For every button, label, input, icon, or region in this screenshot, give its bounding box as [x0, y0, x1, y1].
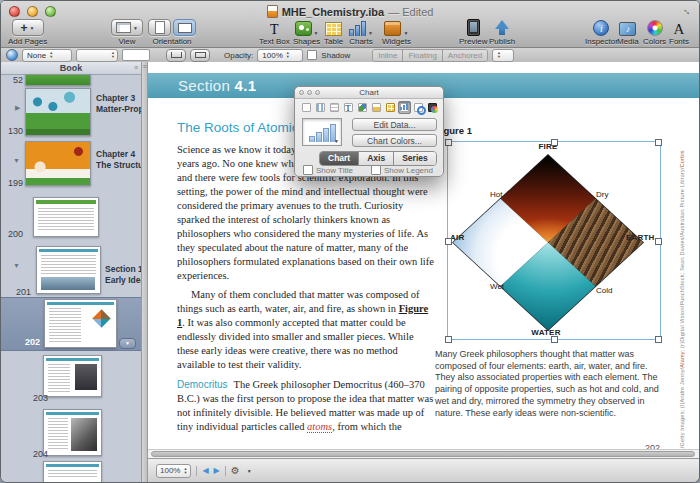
link-inspector-icon[interactable]	[412, 101, 425, 114]
stroke-select[interactable]: None ▲▼	[22, 49, 72, 62]
status-bar: 100% ▲▼ ◀ ▶ ⚙ ▼	[148, 458, 699, 482]
scrollbar-thumb[interactable]	[151, 451, 695, 457]
glossary-link-atoms[interactable]: atoms	[307, 421, 332, 433]
resize-handle[interactable]	[655, 336, 662, 343]
placement-segmented-control: Inline Floating Anchored	[372, 49, 488, 62]
chapter-4-title: Chapter 4	[96, 149, 135, 159]
text-inspector-icon[interactable]	[342, 101, 355, 114]
label-wet: Wet	[490, 282, 504, 291]
tab-chart[interactable]: Chart	[320, 152, 359, 165]
orientation-portrait-button[interactable]	[148, 19, 171, 36]
shapes-label: Shapes	[293, 37, 320, 46]
resize-handle[interactable]	[445, 336, 452, 343]
view-button[interactable]: ▼ View	[111, 19, 143, 46]
resize-handle[interactable]	[445, 238, 452, 245]
wrap-inspector-icon[interactable]	[328, 101, 341, 114]
add-pages-button[interactable]: +▼ Add Pages	[8, 19, 47, 46]
orientation-landscape-button[interactable]	[173, 19, 196, 36]
fill-color-icon[interactable]	[6, 49, 18, 61]
inspector-button[interactable]: i Inspector	[585, 19, 618, 46]
chart-inspector-panel[interactable]: Chart ▼ Edit Data... Chart Colors... Cha…	[294, 86, 444, 177]
table-inspector-icon[interactable]	[384, 101, 397, 114]
thumbnail-page-202-selected[interactable]	[44, 299, 117, 348]
fonts-button[interactable]: A Fonts	[669, 19, 689, 46]
quicktime-inspector-icon[interactable]	[426, 101, 439, 114]
stroke-color-well[interactable]	[122, 49, 150, 61]
label-hot: Hot	[490, 190, 502, 199]
thumbnail-page-205-partial[interactable]	[43, 461, 102, 482]
floating-segment[interactable]: Floating	[403, 50, 442, 61]
chart-inspector-icon[interactable]	[398, 101, 411, 114]
thumbnail-page-201[interactable]	[36, 246, 101, 294]
thumbnail-page-52[interactable]	[25, 74, 91, 86]
resize-handle[interactable]	[655, 139, 662, 146]
tab-series[interactable]: Series	[394, 152, 436, 165]
table-button[interactable]: Table	[324, 19, 343, 46]
shapes-button[interactable]: ▼ Shapes	[293, 19, 320, 46]
opacity-select[interactable]: 100% ▲▼	[257, 49, 303, 62]
stroke-width-field[interactable]: ▲▼	[76, 49, 118, 62]
paragraph-3-text-b: , from which the	[332, 421, 401, 432]
metrics-inspector-icon[interactable]	[370, 101, 383, 114]
label-earth: EARTH	[626, 233, 655, 242]
chevron-down-icon: ▼	[403, 30, 408, 36]
disclosure-down-icon[interactable]: ▼	[13, 262, 20, 269]
document-inspector-icon[interactable]	[300, 101, 313, 114]
selected-figure[interactable]: FIRE AIR EARTH WATER Hot Dry Wet Cold	[447, 141, 661, 340]
text-box-button[interactable]: T Text Box	[259, 19, 290, 46]
show-title-checkbox[interactable]	[303, 165, 313, 175]
credit-link: Corbis	[679, 150, 685, 167]
show-title-option: Show Title	[303, 165, 353, 175]
fonts-label: Fonts	[669, 37, 689, 46]
label-fire: FIRE	[528, 142, 568, 151]
resize-handle[interactable]	[445, 139, 452, 146]
splitter-grip-icon[interactable]: ≡	[142, 63, 147, 71]
anchored-segment[interactable]: Anchored	[443, 50, 487, 61]
publish-arrow-icon	[494, 20, 510, 36]
chart-colors-button[interactable]: Chart Colors...	[352, 134, 437, 147]
page-options-dropdown[interactable]: ▼	[119, 338, 136, 349]
charts-button[interactable]: ▼ Charts	[349, 19, 373, 46]
widgets-button[interactable]: ▼ Widgets	[382, 19, 411, 46]
resize-handle[interactable]	[551, 139, 558, 146]
sidebar-splitter[interactable]: ≡	[141, 62, 148, 482]
grip-icon[interactable]: ≡	[134, 64, 138, 72]
landscape-page-icon	[178, 23, 192, 33]
graphic-inspector-icon[interactable]	[356, 101, 369, 114]
colors-button[interactable]: Colors	[643, 19, 666, 46]
chart-type-well[interactable]: ▼	[302, 118, 342, 146]
align-edge-button[interactable]	[166, 49, 186, 62]
panel-title-bar[interactable]: Chart	[295, 87, 443, 99]
disclosure-down-icon[interactable]: ▼	[13, 157, 20, 164]
thumbnail-page-204[interactable]	[43, 409, 102, 456]
thumbnail-page-203[interactable]	[43, 355, 102, 397]
publish-button[interactable]: Publish	[489, 19, 515, 46]
shadow-checkbox[interactable]	[307, 50, 317, 60]
preview-button[interactable]: Preview	[459, 19, 487, 46]
credit-link: Alamy	[679, 351, 685, 367]
thumbnail-chapter-4[interactable]	[25, 141, 91, 186]
chart-panel-tabs: Chart Axis Series	[319, 151, 437, 166]
device-preview-icon	[467, 19, 480, 36]
divider	[196, 466, 197, 476]
layout-inspector-icon[interactable]	[314, 101, 327, 114]
gear-icon[interactable]: ⚙	[231, 465, 240, 476]
next-page-button[interactable]: ▶	[214, 466, 220, 475]
thumbnail-chapter-3[interactable]	[25, 88, 91, 136]
inline-segment[interactable]: Inline	[373, 50, 403, 61]
media-button[interactable]: ♪ Media	[617, 19, 639, 46]
resize-handle[interactable]	[551, 336, 558, 343]
edit-data-button[interactable]: Edit Data...	[352, 118, 437, 131]
app-window: MHE_Chemistry.iba — Edited ↔ +▼ Add Page…	[0, 0, 700, 483]
zoom-control[interactable]: 100% ▲▼	[156, 464, 191, 478]
disclosure-right-icon[interactable]: ▶	[15, 104, 20, 112]
align-center-button[interactable]	[190, 49, 210, 62]
text-box-label: Text Box	[259, 37, 290, 46]
placement-options-dropdown[interactable]: ▲▼	[492, 49, 514, 62]
previous-page-button[interactable]: ◀	[202, 466, 208, 475]
panel-window-buttons[interactable]	[299, 90, 320, 95]
show-legend-checkbox[interactable]	[371, 165, 381, 175]
resize-handle[interactable]	[655, 238, 662, 245]
tab-axis[interactable]: Axis	[359, 152, 394, 165]
thumbnail-page-200[interactable]	[33, 197, 99, 237]
